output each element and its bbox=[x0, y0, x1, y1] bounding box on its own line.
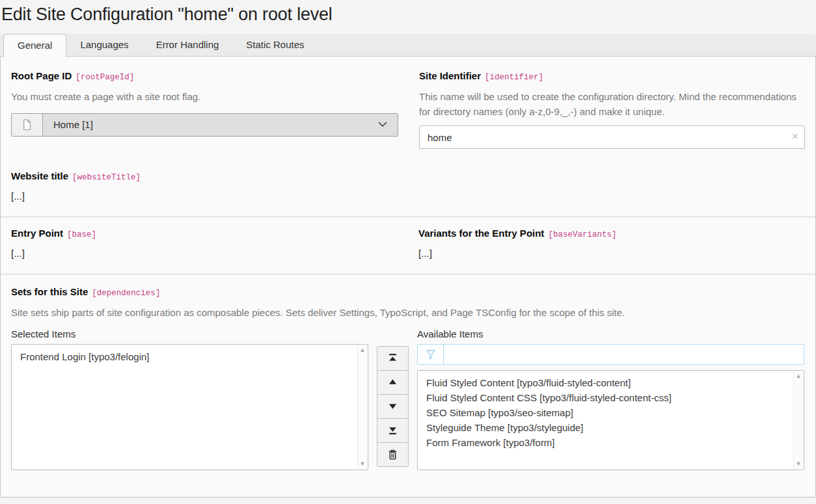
field-dependencies: Sets for this Site[dependencies] Site se… bbox=[11, 286, 805, 470]
move-up-button[interactable] bbox=[377, 370, 409, 395]
list-item[interactable]: Form Framework [typo3/form] bbox=[418, 435, 791, 450]
root-page-id-description: You must create a page with a site root … bbox=[11, 90, 398, 105]
site-identifier-label-text: Site Identifier bbox=[419, 70, 481, 81]
form-panel: Root Page ID[rootPageId] You must create… bbox=[0, 56, 816, 497]
move-down-button[interactable] bbox=[377, 394, 409, 419]
page-title: Edit Site Configuration "home" on root l… bbox=[1, 5, 816, 25]
field-website-title: Website title[websiteTitle] [...] bbox=[11, 165, 398, 202]
field-entry-point: Entry Point[base] [...] bbox=[11, 215, 398, 259]
entry-point-expander[interactable]: [...] bbox=[11, 248, 25, 259]
site-identifier-description: This name will be used to create the con… bbox=[419, 90, 805, 119]
website-title-label: Website title[websiteTitle] bbox=[11, 170, 398, 182]
available-items-label: Available Items bbox=[417, 328, 804, 340]
chevron-down-icon bbox=[378, 122, 387, 127]
available-items-filter bbox=[417, 344, 804, 365]
tab-languages[interactable]: Languages bbox=[66, 34, 142, 56]
list-item[interactable]: SEO Sitemap [typo3/seo-sitemap] bbox=[418, 405, 791, 420]
root-page-select-text: Home [1] bbox=[53, 119, 378, 130]
selected-items-column: Selected Items Frontend Login [typo3/fel… bbox=[11, 328, 368, 470]
root-page-id-label-text: Root Page ID bbox=[11, 70, 72, 81]
scroll-up-icon[interactable]: ▲ bbox=[360, 347, 366, 353]
root-page-id-code: [rootPageId] bbox=[75, 73, 134, 82]
field-base-variants: Variants for the Entry Point[baseVariant… bbox=[418, 215, 805, 259]
root-page-select[interactable]: Home [1] bbox=[11, 113, 398, 137]
filter-input[interactable] bbox=[444, 345, 804, 364]
clear-icon[interactable]: × bbox=[792, 130, 798, 143]
reorder-buttons bbox=[377, 328, 409, 470]
site-identifier-code: [identifier] bbox=[485, 73, 543, 82]
selected-items-label: Selected Items bbox=[11, 328, 368, 340]
base-variants-expander[interactable]: [...] bbox=[418, 248, 432, 259]
page-icon bbox=[12, 114, 43, 136]
field-root-page-id: Root Page ID[rootPageId] You must create… bbox=[11, 64, 398, 149]
tab-error-handling[interactable]: Error Handling bbox=[143, 34, 233, 56]
base-variants-label-text: Variants for the Entry Point bbox=[418, 228, 544, 239]
selected-items-scrollbar[interactable]: ▲ ▼ bbox=[357, 345, 367, 469]
scroll-down-icon[interactable]: ▼ bbox=[796, 461, 802, 467]
dependencies-description: Site sets ship parts of site configurati… bbox=[11, 306, 805, 321]
available-items-list[interactable]: Fluid Styled Content [typo3/fluid-styled… bbox=[417, 370, 804, 470]
trash-icon bbox=[387, 449, 398, 460]
base-variants-label: Variants for the Entry Point[baseVariant… bbox=[418, 228, 805, 239]
entry-point-label-text: Entry Point bbox=[11, 228, 63, 239]
list-item[interactable]: Styleguide Theme [typo3/styleguide] bbox=[418, 420, 791, 435]
root-page-id-label: Root Page ID[rootPageId] bbox=[11, 70, 398, 82]
root-page-select-value: Home [1] bbox=[43, 114, 398, 136]
move-to-top-button[interactable] bbox=[377, 346, 409, 371]
website-title-code: [websiteTitle] bbox=[72, 173, 141, 182]
list-item[interactable]: Fluid Styled Content CSS [typo3/fluid-st… bbox=[418, 390, 791, 405]
available-items-column: Available Items Fluid Styled Content [ty… bbox=[417, 328, 804, 470]
website-title-expander[interactable]: [...] bbox=[11, 191, 25, 202]
delete-button[interactable] bbox=[377, 442, 409, 467]
entry-point-label: Entry Point[base] bbox=[11, 228, 398, 239]
dependencies-code: [dependencies] bbox=[92, 289, 160, 298]
field-site-identifier: Site Identifier[identifier] This name wi… bbox=[419, 64, 805, 149]
list-item[interactable]: Frontend Login [typo3/felogin] bbox=[12, 349, 355, 364]
entry-point-code: [base] bbox=[67, 230, 96, 239]
tab-static-routes[interactable]: Static Routes bbox=[232, 34, 318, 56]
selected-items-list[interactable]: Frontend Login [typo3/felogin] ▲ ▼ bbox=[11, 344, 368, 470]
tab-general[interactable]: General bbox=[3, 34, 66, 57]
tab-bar: General Languages Error Handling Static … bbox=[0, 34, 816, 56]
filter-icon bbox=[418, 345, 444, 364]
section-divider-2 bbox=[1, 274, 815, 274]
move-to-bottom-button[interactable] bbox=[377, 418, 409, 443]
dependencies-label-text: Sets for this Site bbox=[11, 286, 88, 297]
dependencies-label: Sets for this Site[dependencies] bbox=[11, 286, 805, 298]
base-variants-code: [baseVariants] bbox=[548, 230, 616, 239]
scroll-down-icon[interactable]: ▼ bbox=[360, 461, 366, 467]
scroll-up-icon[interactable]: ▲ bbox=[796, 373, 802, 379]
website-title-label-text: Website title bbox=[11, 170, 68, 181]
list-item[interactable]: Fluid Styled Content [typo3/fluid-styled… bbox=[418, 375, 791, 390]
available-items-scrollbar[interactable]: ▲ ▼ bbox=[793, 371, 803, 469]
site-identifier-label: Site Identifier[identifier] bbox=[419, 70, 805, 82]
site-identifier-input[interactable] bbox=[419, 126, 805, 149]
